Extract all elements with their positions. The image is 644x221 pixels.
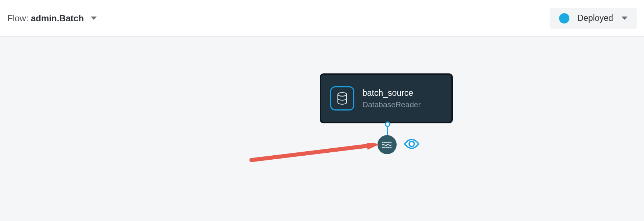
chevron-down-icon	[90, 16, 97, 21]
preview-button[interactable]	[403, 138, 420, 151]
database-icon	[330, 86, 354, 110]
node-text: batch_source DatabaseReader	[362, 88, 421, 109]
node-subtitle: DatabaseReader	[362, 100, 421, 109]
connector-port-icon	[385, 122, 390, 127]
svg-point-1	[409, 141, 414, 146]
status-label: Deployed	[577, 13, 613, 23]
wave-icon	[382, 141, 393, 149]
flow-canvas[interactable]: batch_source DatabaseReader	[0, 37, 644, 221]
flow-label: Flow: admin.Batch	[7, 13, 84, 23]
svg-line-2	[251, 145, 371, 160]
flow-selector[interactable]: Flow: admin.Batch	[7, 13, 97, 23]
eye-icon	[403, 138, 420, 150]
deploy-status-selector[interactable]: Deployed	[550, 8, 637, 29]
svg-marker-3	[366, 143, 379, 150]
stream-node[interactable]	[378, 135, 397, 154]
chevron-down-icon	[621, 16, 628, 21]
status-indicator-icon	[559, 13, 569, 23]
arrow-annotation-icon	[246, 143, 382, 165]
flow-node-batch-source[interactable]: batch_source DatabaseReader	[320, 73, 453, 123]
node-title: batch_source	[362, 88, 421, 98]
svg-point-0	[338, 93, 347, 96]
header-bar: Flow: admin.Batch Deployed	[0, 0, 644, 37]
